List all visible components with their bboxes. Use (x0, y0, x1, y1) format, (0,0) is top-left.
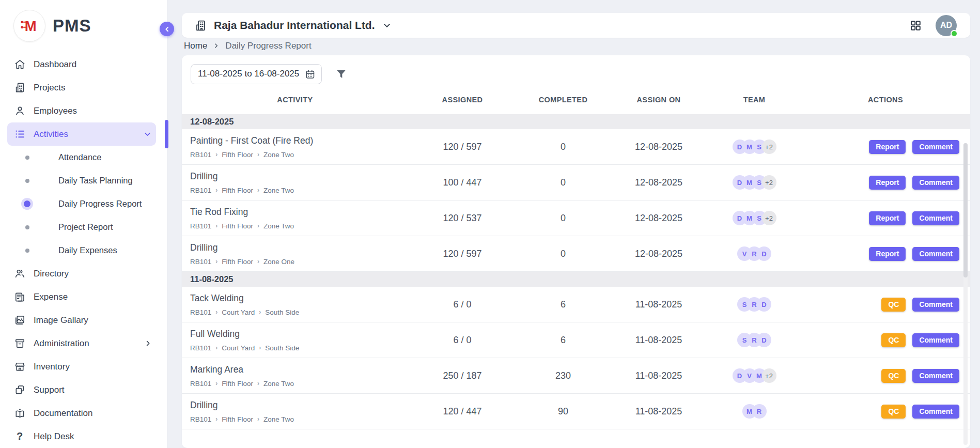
qc-button[interactable]: QC (881, 298, 906, 312)
completed-value: 0 (517, 213, 610, 224)
comment-button[interactable]: Comment (912, 405, 959, 419)
activity-path-segment: Zone One (263, 258, 294, 266)
image-icon (13, 314, 26, 327)
assigned-value: 6 / 0 (408, 335, 517, 346)
report-button[interactable]: Report (869, 176, 906, 190)
assign-on-value: 11-08-2025 (610, 335, 708, 346)
comment-button[interactable]: Comment (912, 369, 959, 383)
assign-on-value: 12-08-2025 (610, 213, 708, 224)
scrollbar[interactable] (963, 143, 968, 445)
sidebar-item-documentation[interactable]: Documentation (7, 401, 156, 425)
comment-button[interactable]: Comment (912, 176, 959, 190)
completed-value: 6 (517, 299, 610, 310)
activity-path-segment: RB101 (190, 415, 211, 423)
app-title: PMS (53, 16, 91, 36)
table-row: Marking AreaRB101›Fifth Floor›Zone Two25… (182, 358, 970, 394)
chevron-left-icon (163, 25, 171, 33)
sidebar-collapse-button[interactable] (160, 22, 174, 36)
assign-on-value: 11-08-2025 (610, 299, 708, 310)
sidebar-item-projects[interactable]: Projects (7, 76, 156, 99)
apps-grid-icon[interactable] (909, 19, 922, 32)
report-button[interactable]: Report (869, 140, 906, 154)
chevron-right-icon: › (215, 187, 217, 193)
table-row: Full WeldingRB101›Court Yard›South Side6… (182, 322, 970, 358)
sidebar-item-support[interactable]: Support (7, 378, 156, 401)
date-range-value: 11-08-2025 to 16-08-2025 (198, 69, 299, 79)
sidebar-item-inventory[interactable]: Inventory (7, 355, 156, 378)
chevron-right-icon: › (215, 151, 217, 158)
sidebar-item-directory[interactable]: Directory (7, 262, 156, 285)
row-actions: ReportComment (801, 140, 970, 154)
user-avatar[interactable]: AD (936, 15, 957, 36)
sidebar-subitem-daily-progress-report[interactable]: Daily Progress Report (7, 192, 156, 215)
report-button[interactable]: Report (869, 211, 906, 225)
comment-button[interactable]: Comment (912, 298, 959, 312)
sidebar-item-expense[interactable]: Expense (7, 285, 156, 308)
table-row: DrillingRB101›Fifth Floor›Zone Two120 / … (182, 394, 970, 429)
sidebar-item-employees[interactable]: Employees (7, 99, 156, 122)
sidebar-item-dashboard[interactable]: Dashboard (7, 53, 156, 76)
activity-path-segment: RB101 (190, 344, 211, 352)
active-indicator-bar (165, 120, 168, 148)
activity-title: Drilling (190, 171, 408, 182)
qc-button[interactable]: QC (881, 369, 906, 383)
chevron-right-icon (213, 42, 220, 49)
sidebar-item-administration[interactable]: Administration (7, 332, 156, 355)
row-actions: ReportComment (801, 211, 970, 225)
people-icon (13, 268, 26, 280)
activity-cell: DrillingRB101›Fifth Floor›Zone One (182, 242, 408, 266)
activity-path-segment: Court Yard (222, 308, 255, 316)
assigned-value: 120 / 537 (408, 213, 517, 224)
scrollbar-thumb[interactable] (963, 143, 968, 277)
breadcrumb-home[interactable]: Home (184, 41, 207, 51)
comment-button[interactable]: Comment (912, 140, 959, 154)
activity-path: RB101›Court Yard›South Side (190, 308, 408, 316)
comment-button[interactable]: Comment (912, 333, 959, 347)
row-actions: QCComment (801, 298, 970, 312)
qc-button[interactable]: QC (881, 333, 906, 347)
sidebar-subitem-daily-task-planning[interactable]: Daily Task Planning (7, 169, 156, 192)
date-range-input[interactable]: 11-08-2025 to 16-08-2025 (191, 64, 322, 84)
sidebar-item-help-desk[interactable]: ? Help Desk (7, 425, 156, 448)
chevron-down-icon (143, 130, 152, 138)
column-header-activity: ACTIVITY (182, 96, 408, 104)
chevron-right-icon: › (257, 380, 259, 387)
date-group-label: 11-08-2025 (182, 274, 234, 284)
assign-on-value: 11-08-2025 (610, 406, 708, 417)
activity-title: Tack Welding (190, 293, 408, 304)
completed-value: 90 (517, 406, 610, 417)
team-avatars: DMS+2 (708, 140, 801, 154)
activity-path-segment: South Side (265, 308, 299, 316)
sidebar-subitem-project-report[interactable]: Project Report (7, 215, 156, 239)
sidebar-subitem-daily-expenses[interactable]: Daily Expenses (7, 239, 156, 262)
activity-title: Painting - First Coat (Fire Red) (190, 135, 408, 146)
sidebar-nav: Dashboard Projects Employees Activities (0, 43, 167, 448)
team-avatar: R (752, 404, 767, 419)
company-selector[interactable]: Raja Bahadur International Ltd. (194, 19, 392, 32)
table-body: 12-08-2025Painting - First Coat (Fire Re… (182, 114, 970, 429)
activity-path-segment: Court Yard (222, 344, 255, 352)
main-content: Raja Bahadur International Ltd. AD Home … (167, 0, 980, 448)
activity-path: RB101›Fifth Floor›Zone Two (190, 151, 408, 159)
home-icon (13, 58, 26, 71)
chevron-right-icon (144, 339, 152, 347)
chevron-right-icon: › (215, 345, 217, 351)
sidebar-item-activities[interactable]: Activities (7, 122, 156, 146)
column-header-team: TEAM (708, 96, 801, 104)
activity-title: Drilling (190, 242, 408, 253)
column-header-actions: ACTIONS (801, 96, 970, 104)
sidebar-subitem-attendance[interactable]: Attendance (7, 146, 156, 169)
report-panel: 11-08-2025 to 16-08-2025 ACTIVITY ASSIGN… (182, 55, 970, 448)
sidebar-item-image-gallary[interactable]: Image Gallary (7, 308, 156, 332)
comment-button[interactable]: Comment (912, 211, 959, 225)
report-button[interactable]: Report (869, 247, 906, 261)
chevron-right-icon: › (257, 223, 259, 229)
activity-path-segment: Fifth Floor (222, 258, 253, 266)
assigned-value: 120 / 597 (408, 142, 517, 152)
filter-icon[interactable] (335, 68, 347, 80)
activity-path-segment: Fifth Floor (222, 415, 253, 423)
qc-button[interactable]: QC (881, 405, 906, 419)
activity-path: RB101›Fifth Floor›Zone Two (190, 187, 408, 194)
comment-button[interactable]: Comment (912, 247, 959, 261)
team-avatars: MR (708, 404, 801, 419)
